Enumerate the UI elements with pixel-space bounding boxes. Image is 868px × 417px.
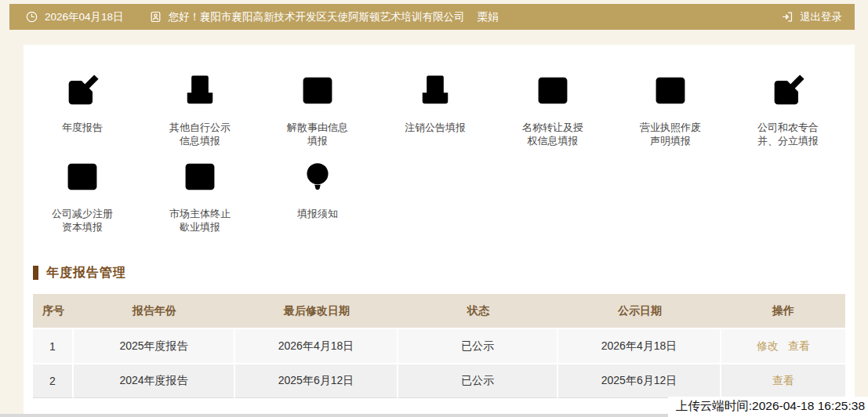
module-item[interactable]: 公司减少注册资本填报: [24, 157, 141, 243]
section-title-marker: [33, 266, 38, 280]
column-header: 状态: [398, 294, 558, 328]
module-label: 其他自行公示信息填报: [167, 121, 233, 147]
table-header-row: 序号报告年份最后修改日期状态公示日期操作: [33, 294, 845, 328]
cell-year: 2024年度报告: [74, 363, 235, 398]
logout-icon: [781, 10, 794, 24]
module-label: 公司减少注册资本填报: [49, 207, 115, 234]
cell-modified: 2025年6月12日: [235, 363, 398, 398]
cell-seq: 2: [33, 363, 74, 398]
topbar-greeting-group: 您好！襄阳市襄阳高新技术开发区天使阿斯顿艺术培训有限公司 栗娟: [149, 10, 499, 24]
topbar-date: 2026年04月18日: [45, 10, 124, 24]
column-header: 最后修改日期: [235, 294, 398, 328]
module-item[interactable]: 注销公告填报: [376, 71, 494, 157]
column-header: 公示日期: [558, 294, 721, 328]
module-item[interactable]: 名称转让及授权信息填报: [494, 71, 612, 157]
cell-modified: 2026年4月18日: [235, 328, 398, 363]
topbar: 2026年04月18日 您好！襄阳市襄阳高新技术开发区天使阿斯顿艺术培训有限公司…: [9, 4, 855, 30]
column-header: 报告年份: [74, 294, 235, 328]
module-item[interactable]: 公司和农专合并、分立填报: [729, 71, 847, 157]
module-grid: 年度报告 其他自行公示信息填报 解散事由信息填报 注销公告填报 名称转让及授权信…: [24, 71, 847, 243]
content-panel: 年度报告 其他自行公示信息填报 解散事由信息填报 注销公告填报 名称转让及授权信…: [24, 45, 855, 417]
action-link[interactable]: 修改: [757, 339, 779, 352]
module-item[interactable]: 填报须知: [259, 157, 376, 243]
table-row: 22024年度报告2025年6月12日已公示2025年6月12日查看: [33, 363, 845, 398]
edit-icon: [768, 71, 808, 111]
section-header: 年度报告管理: [33, 264, 855, 281]
browser-icon: [532, 71, 573, 111]
action-link[interactable]: 查看: [772, 374, 794, 386]
module-label: 公司和农专合并、分立填报: [755, 121, 821, 147]
table-body: 12025年度报告2026年4月18日已公示2026年4月18日修改查看2202…: [33, 328, 845, 398]
module-label: 市场主体终止歇业填报: [167, 207, 233, 234]
section-title: 年度报告管理: [46, 265, 126, 281]
module-item[interactable]: 年度报告: [24, 71, 141, 157]
bulb-icon: [297, 157, 338, 198]
inbox-icon: [180, 71, 220, 111]
cell-status: 已公示: [398, 363, 558, 398]
module-label: 解散事由信息填报: [285, 121, 350, 147]
cell-seq: 1: [33, 328, 74, 363]
cell-actions: 修改查看: [721, 328, 845, 363]
edit-icon: [62, 71, 103, 111]
user-badge-icon: [149, 10, 162, 24]
module-label: 名称转让及授权信息填报: [520, 121, 586, 147]
module-label: 填报须知: [285, 207, 350, 220]
clock-icon: [25, 10, 38, 24]
module-item[interactable]: 其他自行公示信息填报: [141, 71, 259, 157]
logout-label: 退出登录: [800, 10, 842, 24]
cell-year: 2025年度报告: [74, 328, 235, 363]
cell-actions: 查看: [721, 363, 845, 398]
browser-icon: [180, 157, 220, 198]
annual-report-table: 序号报告年份最后修改日期状态公示日期操作 12025年度报告2026年4月18日…: [33, 294, 845, 398]
cell-publish_date: 2026年4月18日: [558, 328, 721, 363]
table-row: 12025年度报告2026年4月18日已公示2026年4月18日修改查看: [33, 328, 845, 363]
cell-status: 已公示: [398, 328, 558, 363]
upload-time-text: 上传云端时间:2026-04-18 16:25:38: [668, 397, 868, 417]
annual-report-table-wrap: 序号报告年份最后修改日期状态公示日期操作 12025年度报告2026年4月18日…: [33, 294, 845, 398]
browser-icon: [62, 157, 103, 198]
greeting-text: 您好！襄阳市襄阳高新技术开发区天使阿斯顿艺术培训有限公司: [169, 10, 465, 24]
username-text: 栗娟: [478, 10, 499, 24]
module-item[interactable]: 营业执照作废声明填报: [612, 71, 729, 157]
module-item[interactable]: 解散事由信息填报: [259, 71, 376, 157]
module-label: 注销公告填报: [402, 121, 468, 134]
action-link[interactable]: 查看: [788, 339, 810, 352]
column-header: 序号: [33, 294, 74, 328]
browser-icon: [650, 71, 691, 111]
logout-button[interactable]: 退出登录: [781, 10, 842, 24]
browser-icon: [297, 71, 338, 111]
module-label: 营业执照作废声明填报: [637, 121, 703, 147]
module-label: 年度报告: [49, 121, 115, 134]
inbox-icon: [415, 71, 456, 111]
cell-publish_date: 2025年6月12日: [558, 363, 721, 398]
topbar-date-group: 2026年04月18日: [25, 10, 124, 24]
module-item[interactable]: 市场主体终止歇业填报: [141, 157, 259, 243]
column-header: 操作: [721, 294, 845, 328]
